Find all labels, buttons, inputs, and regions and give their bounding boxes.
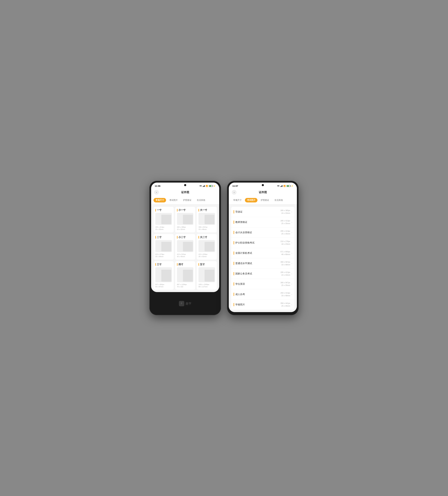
list-item-name-1: 教师资格证 xyxy=(234,220,281,224)
yellow-bar-icon xyxy=(234,303,234,306)
content-area-1: 一寸 295 x 413px 25 x 35mm 小一寸 xyxy=(151,204,219,292)
list-item-3[interactable]: 护士职业资格考试 210 x 276px 18 x 23mm › xyxy=(231,238,295,248)
back-arrow-icon: ‹ xyxy=(156,191,157,193)
back-button-2[interactable]: ‹ xyxy=(232,190,237,195)
preview-inner-6 xyxy=(205,242,214,251)
yellow-bar-icon xyxy=(198,236,199,239)
yellow-bar-icon xyxy=(234,210,234,214)
photo-card-dayicun[interactable]: 大一寸 390 x 567px 33 x 48mm xyxy=(197,207,217,232)
photo-card-title: 五寸 xyxy=(198,263,215,266)
list-item-8[interactable]: 成人自考 294 x 413px 33 x 48mm › xyxy=(231,289,295,299)
charging-icon: ⚡ xyxy=(213,185,216,187)
chevron-icon: › xyxy=(291,303,292,306)
list-item-5[interactable]: 普通话水平测试 390 x 567px 33 x 48mm › xyxy=(231,258,295,269)
yellow-bar-icon xyxy=(198,209,199,212)
chevron-icon: › xyxy=(291,231,292,234)
list-item-name-7: 学位英语 xyxy=(234,282,281,286)
yellow-bar-icon xyxy=(155,209,156,212)
photo-card-title: 三寸 xyxy=(155,263,172,266)
list-item-2[interactable]: 会计从业资格证 295 x 413px 25 x 35mm › xyxy=(231,227,295,238)
tab2-passport[interactable]: 护照签证 xyxy=(259,198,271,202)
camera-notch-2 xyxy=(262,184,264,186)
photo-name-4: 二寸 xyxy=(157,236,162,239)
status-time-2: 11:07 xyxy=(232,185,238,187)
list-item-dims-7: 390 x 567px 25 x 35mm xyxy=(281,281,290,287)
photo-card-title: 二寸 xyxy=(155,236,172,239)
list-item-dims-5: 390 x 567px 33 x 48mm xyxy=(281,261,290,266)
hd-icon: HD xyxy=(200,185,202,187)
tab-passport[interactable]: 护照签证 xyxy=(181,198,194,202)
page-title-2: 证件照 xyxy=(259,190,267,194)
tab-regular-size[interactable]: 常规尺寸 xyxy=(153,198,166,202)
signal-icon xyxy=(203,185,205,187)
app-header-2: ‹ 证件照 xyxy=(229,188,297,197)
yellow-bar-icon xyxy=(234,251,234,255)
photo-name-8: 四寸 xyxy=(179,263,183,266)
list-item-dims-2: 295 x 413px 25 x 35mm xyxy=(281,230,290,235)
photo-card-sicun[interactable]: 四寸 897 x 1204px 76 x 102 xyxy=(175,261,195,290)
photo-preview-9 xyxy=(198,267,215,282)
chevron-icon: › xyxy=(291,293,292,295)
photo-card-daercun[interactable]: 大二寸 413 x 626px 35 x 53mm xyxy=(197,234,217,260)
photo-preview-5 xyxy=(177,240,194,252)
list-item-name-6: 国家公务员考试 xyxy=(234,272,281,275)
photo-card-title: 大二寸 xyxy=(198,236,215,239)
list-item-4[interactable]: 全国计算机考试 571 x 800px 48 x 68mm › xyxy=(231,248,295,258)
tab2-exam-photo[interactable]: 考试照片 xyxy=(245,198,257,202)
list-item-1[interactable]: 教师资格证 295 x 413px 25 x 35mm › xyxy=(231,217,295,227)
preview-inner-1 xyxy=(161,215,171,224)
wifi-icon: 📶 xyxy=(206,185,208,187)
wifi-icon-2: 📶 xyxy=(284,185,286,187)
photo-dims-4: 413 x 579px 35 x 49mm xyxy=(155,253,172,258)
list-item-name-0: 导游证 xyxy=(234,210,281,214)
list-item-name-9: 学籍照片 xyxy=(234,303,281,306)
photo-list: 导游证 285 x 385px 24 x 33mm › 教师资格证 295 x … xyxy=(231,207,295,310)
yellow-bar-icon xyxy=(234,282,234,286)
tab2-life[interactable]: 生活其他 xyxy=(272,198,285,202)
photo-card-wucun[interactable]: 五寸 1051 x 1500px 89 x 127mm xyxy=(197,261,217,290)
photo-name-7: 三寸 xyxy=(157,263,162,266)
list-item-9[interactable]: 学籍照片 358 x 441px 25 x 35mm › xyxy=(231,299,295,310)
photo-preview-3 xyxy=(198,213,215,225)
photo-card-xiaoercun[interactable]: 小二寸 413 x 531px 35 x 45mm xyxy=(175,234,195,260)
list-item-0[interactable]: 导游证 285 x 385px 24 x 33mm › xyxy=(231,207,295,217)
photo-dims-3: 390 x 567px 33 x 48mm xyxy=(198,226,215,231)
photo-card-title: 小一寸 xyxy=(177,209,194,212)
yellow-bar-icon xyxy=(155,236,156,239)
signal-icon-2 xyxy=(280,185,283,187)
list-item-dims-9: 358 x 441px 25 x 35mm xyxy=(281,302,290,307)
hd-icon-2: HD xyxy=(277,185,279,187)
tab-bar-1: 常规尺寸 考试照片 护照签证 生活其他 xyxy=(151,197,219,204)
list-item-7[interactable]: 学位英语 390 x 567px 25 x 35mm › xyxy=(231,279,295,289)
yellow-bar-icon xyxy=(177,263,178,266)
back-arrow-icon-2: ‹ xyxy=(234,191,235,193)
yellow-bar-icon xyxy=(234,272,234,275)
photo-card-sancun[interactable]: 三寸 637 x 992px 54 x 87mm xyxy=(153,261,174,290)
status-time-1: 11:06 xyxy=(155,185,160,187)
list-item-6[interactable]: 国家公务员考试 295 x 413px 24 x 33mm › xyxy=(231,269,295,279)
preview-inner-9 xyxy=(205,270,214,282)
chevron-icon: › xyxy=(291,273,292,275)
yellow-bar-icon xyxy=(234,241,234,244)
photo-dims-9: 1051 x 1500px 89 x 127mm xyxy=(198,283,215,288)
back-button-1[interactable]: ‹ xyxy=(154,190,159,195)
phone-2-screen: 11:07 HD 📶 ⚡ ‹ 证件照 xyxy=(229,183,297,312)
photo-preview-6 xyxy=(198,240,215,252)
tab-bar-2: 常规尺寸 考试照片 护照签证 生活其他 xyxy=(229,197,297,204)
preview-inner-3 xyxy=(205,215,214,224)
preview-inner-5 xyxy=(183,242,193,251)
photo-card-xiaoyicun[interactable]: 小一寸 260 x 390px 22 x 32mm xyxy=(175,207,195,232)
tab2-regular-size[interactable]: 常规尺寸 xyxy=(231,198,244,202)
photo-preview-1 xyxy=(155,213,172,225)
photo-card-yicun[interactable]: 一寸 295 x 413px 25 x 35mm xyxy=(153,207,174,232)
yellow-bar-icon xyxy=(177,209,178,212)
tab-exam-photo[interactable]: 考试照片 xyxy=(167,198,180,202)
photo-card-ercun[interactable]: 二寸 413 x 579px 35 x 49mm xyxy=(153,234,174,260)
yellow-bar-icon xyxy=(155,263,156,266)
phone-1: 11:06 HD 📶 ⚡ ‹ 证件照 xyxy=(149,181,221,315)
photo-name-9: 五寸 xyxy=(200,263,205,266)
tab-life[interactable]: 生活其他 xyxy=(195,198,207,202)
preview-inner-8 xyxy=(183,270,193,282)
photo-preview-7 xyxy=(155,267,172,282)
photo-name-6: 大二寸 xyxy=(200,236,207,239)
